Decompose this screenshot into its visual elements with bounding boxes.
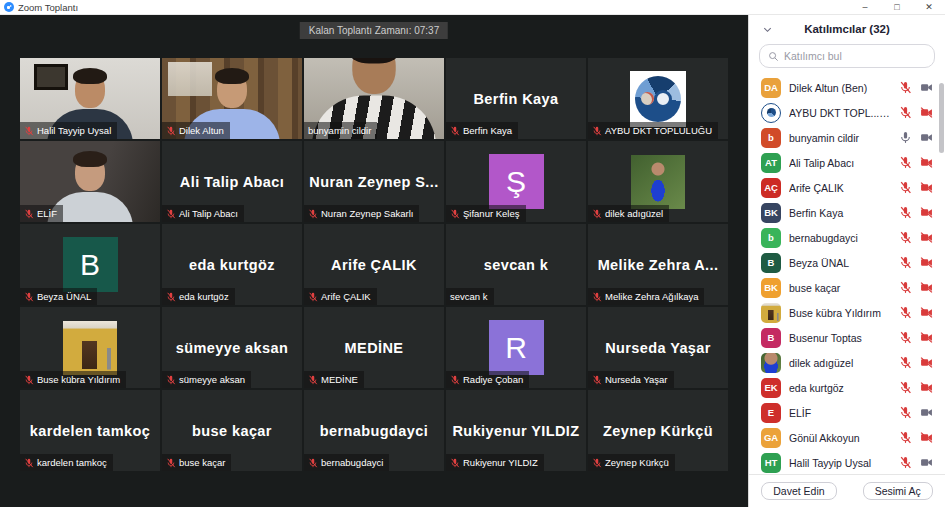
- participants-header: Katılımcılar (32): [749, 15, 945, 43]
- muted-mic-icon: [24, 126, 34, 136]
- mic-status-icon: [899, 256, 912, 269]
- participant-row[interactable]: AYBU DKT TOPL... (Oturum Sahibi): [749, 100, 945, 125]
- participant-row[interactable]: BK Berfin Kaya: [749, 200, 945, 225]
- video-tile[interactable]: buse kaçar buse kaçar: [162, 390, 302, 471]
- participants-list: DA Dilek Altun (Ben) AYBU DKT TOPL... (O…: [749, 73, 945, 474]
- tile-name-label: kardelen tamkoç: [20, 454, 113, 471]
- muted-mic-icon: [450, 209, 460, 219]
- muted-mic-icon: [592, 209, 602, 219]
- video-tile[interactable]: eda kurtgöz eda kurtgöz: [162, 224, 302, 305]
- muted-mic-icon: [308, 458, 318, 468]
- search-input[interactable]: [784, 50, 926, 62]
- tile-name-label: Arife ÇALIK: [304, 288, 377, 305]
- participant-row[interactable]: HT Halil Tayyip Uysal: [749, 450, 945, 474]
- video-tile[interactable]: Rukiyenur YILDIZ Rukiyenur YILDIZ: [446, 390, 586, 471]
- video-tile[interactable]: Dilek Altun: [162, 58, 302, 139]
- participant-avatar: AÇ: [761, 178, 781, 198]
- video-tile[interactable]: Ali Talip Abacı Ali Talip Abacı: [162, 141, 302, 222]
- video-tile[interactable]: kardelen tamkoç kardelen tamkoç: [20, 390, 160, 471]
- unmute-button[interactable]: Sesimi Aç: [863, 482, 933, 500]
- participant-row[interactable]: dilek adıgüzel: [749, 350, 945, 375]
- video-tile[interactable]: bernabugdayci bernabugdayci: [304, 390, 444, 471]
- tile-name-text: Zeynep Kürkçü: [605, 457, 669, 468]
- tile-name-label: AYBU DKT TOPLULUĞU: [588, 122, 718, 139]
- camera-status-icon: [920, 106, 933, 119]
- camera-status-icon: [920, 206, 933, 219]
- video-grid: Halil Tayyip Uysal Dilek Altun bunyamin …: [20, 58, 728, 471]
- tile-name-text: sümeyye aksan: [179, 374, 245, 385]
- participant-row[interactable]: AT Ali Talip Abacı: [749, 150, 945, 175]
- participant-row[interactable]: b bernabugdayci: [749, 225, 945, 250]
- participant-row[interactable]: EK eda kurtgöz: [749, 375, 945, 400]
- mic-status-icon: [899, 106, 912, 119]
- minimize-button[interactable]: –: [849, 0, 881, 14]
- tile-display-name: Zeynep Kürkçü: [603, 423, 713, 439]
- video-tile[interactable]: Halil Tayyip Uysal: [20, 58, 160, 139]
- video-tile[interactable]: Nurseda Yaşar Nurseda Yaşar: [588, 307, 728, 388]
- video-tile[interactable]: ELİF: [20, 141, 160, 222]
- video-tile[interactable]: Melike Zehra A... Melike Zehra Ağılkaya: [588, 224, 728, 305]
- mic-status-icon: [899, 156, 912, 169]
- camera-status-icon: [920, 306, 933, 319]
- participant-row[interactable]: B Beyza ÜNAL: [749, 250, 945, 275]
- tile-name-label: eda kurtgöz: [162, 288, 235, 305]
- video-tile[interactable]: Arife ÇALIK Arife ÇALIK: [304, 224, 444, 305]
- muted-mic-icon: [308, 292, 318, 302]
- tile-name-text: bernabugdayci: [321, 457, 383, 468]
- tile-name-text: eda kurtgöz: [179, 291, 229, 302]
- close-button[interactable]: ✕: [913, 0, 945, 14]
- participant-row[interactable]: E ELİF: [749, 400, 945, 425]
- tile-name-text: dilek adıgüzel: [605, 208, 663, 219]
- mic-status-icon: [899, 281, 912, 294]
- muted-mic-icon: [592, 458, 602, 468]
- chevron-down-icon[interactable]: [762, 24, 773, 35]
- tile-name-text: Halil Tayyip Uysal: [37, 125, 111, 136]
- mic-status-icon: [899, 406, 912, 419]
- video-tile[interactable]: MEDİNE MEDİNE: [304, 307, 444, 388]
- video-tile[interactable]: dilek adıgüzel: [588, 141, 728, 222]
- mic-status-icon: [899, 131, 912, 144]
- participant-name: Busenur Toptas: [789, 332, 891, 344]
- muted-mic-icon: [24, 292, 34, 302]
- camera-status-icon: [920, 281, 933, 294]
- participant-search[interactable]: [759, 44, 935, 68]
- participant-avatar: B: [761, 253, 781, 273]
- participant-row[interactable]: B Busenur Toptas: [749, 325, 945, 350]
- window-title: Zoom Toplantı: [18, 2, 78, 13]
- participant-row[interactable]: DA Dilek Altun (Ben): [749, 75, 945, 100]
- camera-status-icon: [920, 331, 933, 344]
- maximize-button[interactable]: □: [881, 0, 913, 14]
- video-tile[interactable]: sümeyye aksan sümeyye aksan: [162, 307, 302, 388]
- video-tile[interactable]: bunyamin cildir: [304, 58, 444, 139]
- video-tile[interactable]: Zeynep Kürkçü Zeynep Kürkçü: [588, 390, 728, 471]
- meeting-stage: Kalan Toplantı Zamanı: 07:37 Halil Tayyi…: [0, 15, 748, 507]
- tile-avatar-letter: Ş: [489, 154, 544, 209]
- video-tile[interactable]: B Beyza ÜNAL: [20, 224, 160, 305]
- participant-avatar: [761, 103, 781, 123]
- tile-name-label: sevcan k: [446, 288, 494, 305]
- video-tile[interactable]: Nuran Zeynep S... Nuran Zeynep Sakarlı: [304, 141, 444, 222]
- tile-name-label: Halil Tayyip Uysal: [20, 122, 117, 139]
- participant-row[interactable]: Buse kübra Yıldırım: [749, 300, 945, 325]
- video-tile[interactable]: AYBU DKT TOPLULUĞU: [588, 58, 728, 139]
- participant-avatar: DA: [761, 78, 781, 98]
- tile-name-text: Rukiyenur YILDIZ: [463, 457, 538, 468]
- participant-row[interactable]: b bunyamin cildir: [749, 125, 945, 150]
- video-tile[interactable]: sevcan k sevcan k: [446, 224, 586, 305]
- video-tile[interactable]: R Radiye Çoban: [446, 307, 586, 388]
- participants-panel: Katılımcılar (32) DA Dilek Altun (Ben) A…: [748, 15, 945, 507]
- video-tile[interactable]: Buse kübra Yıldırım: [20, 307, 160, 388]
- mic-status-icon: [899, 356, 912, 369]
- camera-status-icon: [920, 356, 933, 369]
- invite-button[interactable]: Davet Edin: [761, 482, 836, 500]
- participant-avatar: E: [761, 403, 781, 423]
- tile-name-text: Nuran Zeynep Sakarlı: [321, 208, 413, 219]
- tile-display-name: Berfin Kaya: [474, 91, 559, 107]
- participant-row[interactable]: GA Gönül Akkoyun: [749, 425, 945, 450]
- participants-scrollbar[interactable]: [939, 77, 944, 481]
- tile-name-text: buse kaçar: [179, 457, 225, 468]
- video-tile[interactable]: Berfin Kaya Berfin Kaya: [446, 58, 586, 139]
- participant-row[interactable]: BK buse kaçar: [749, 275, 945, 300]
- video-tile[interactable]: Ş Şifanur Keleş: [446, 141, 586, 222]
- participant-row[interactable]: AÇ Arife ÇALIK: [749, 175, 945, 200]
